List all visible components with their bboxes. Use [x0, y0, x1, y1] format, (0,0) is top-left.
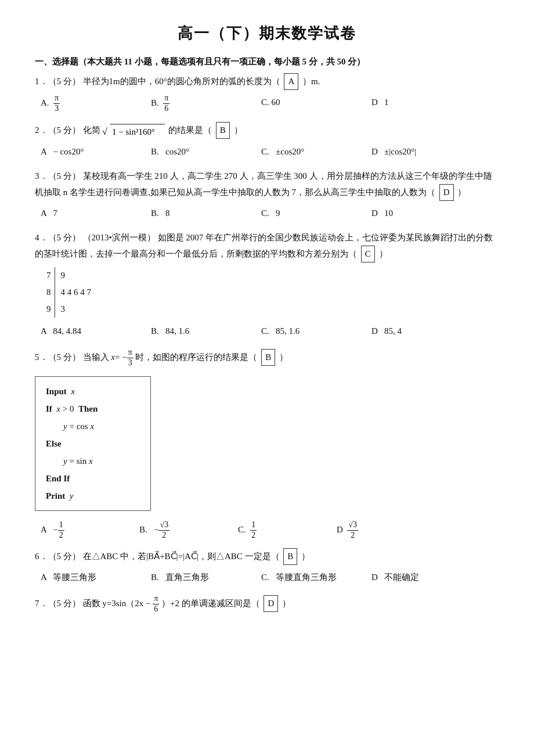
stem-3: 9 [41, 301, 55, 318]
q7-answer: D [264, 595, 278, 612]
page-title: 高一（下）期末数学试卷 [35, 23, 499, 44]
q5-opt-a: A −12 [41, 520, 122, 541]
q2-options: A − cos20° B. cos20° C. ±cos20° D ±|cos2… [41, 143, 499, 160]
q4-score: （5 分） [48, 233, 81, 242]
q6-body: 在△ABC 中，若|BA⃗+BC⃗|=|AC⃗|，则△ABC 一定是（ B ） [83, 552, 311, 561]
prog-line-6: End If [46, 470, 140, 487]
q5-opt-b: B. −√32 [139, 520, 221, 541]
stem-2: 8 [41, 284, 55, 301]
prog-line-5: y = sin x [63, 452, 140, 470]
q6-opt-d: D 不能确定 [371, 568, 464, 586]
q3-opt-a: A 7 [41, 204, 134, 222]
q5-body: 当输入 x= −π3 时，如图的程序运行的结果是（ B ） [83, 352, 288, 362]
q1-opt-d: D 1 [371, 93, 464, 111]
q4-prefix: （2013•滨州一模） [83, 233, 156, 242]
prog-line-7: Print y [46, 487, 140, 505]
q1-options: A. π3 B. π6 C. 60 D 1 [41, 93, 499, 114]
q4-options: A 84, 4.84 B. 84, 1.6 C. 85, 1.6 D 85, 4 [41, 322, 499, 340]
q5-c-frac: 12 [250, 520, 257, 541]
q6-opt-c: C. 等腰直角三角形 [261, 568, 354, 586]
q2-opt-a: A − cos20° [41, 143, 134, 160]
q6-number: 6． [35, 552, 48, 561]
q6-text: 6．（5 分） 在△ABC 中，若|BA⃗+BC⃗|=|AC⃗|，则△ABC 一… [35, 548, 499, 565]
q3-body: 某校现有高一学生 210 人，高二学生 270 人，高三学生 300 人，用分层… [35, 171, 492, 197]
q1-opt-a-frac: π3 [53, 93, 60, 114]
q7-score: （5 分） [48, 599, 81, 608]
leaves-3: 3 [55, 301, 97, 318]
q5-opt-d: D √32 [337, 520, 418, 541]
q6-score: （5 分） [48, 552, 81, 561]
q6-opt-a: A 等腰三角形 [41, 568, 134, 586]
q3-score: （5 分） [48, 171, 81, 181]
q3-options: A 7 B. 8 C. 9 D 10 [41, 204, 499, 222]
section1-header: 一、选择题（本大题共 11 小题，每题选项有且只有一项正确，每小题 5 分，共 … [35, 56, 499, 67]
svg-text:1 − sin²160°: 1 − sin²160° [112, 127, 155, 136]
q7-number: 7． [35, 599, 48, 608]
question-2: 2．（5 分） 化简 √ 1 − sin²160° 的结果是（ B ） A − … [35, 122, 499, 161]
q5-opt-c: C. 12 [238, 520, 319, 541]
q7-text: 7．（5 分） 函数 y=3sin（2x − π6 ）+2 的单调递减区间是（ … [35, 594, 499, 614]
question-6: 6．（5 分） 在△ABC 中，若|BA⃗+BC⃗|=|AC⃗|，则△ABC 一… [35, 548, 499, 586]
q3-opt-b: B. 8 [151, 204, 244, 222]
stem-1: 7 [41, 267, 55, 284]
q5-text: 5．（5 分） 当输入 x= −π3 时，如图的程序运行的结果是（ B ） [35, 348, 499, 368]
stem-row-2: 8 4 4 6 4 7 [41, 284, 97, 301]
q1-score: （5 分） [48, 77, 81, 86]
q1-text: 1．（5 分） 半径为1m的圆中，60°的圆心角所对的弧的长度为（ A ）m. [35, 73, 499, 90]
question-3: 3．（5 分） 某校现有高一学生 210 人，高二学生 270 人，高三学生 3… [35, 168, 499, 222]
prog-line-3: y = cos x [63, 417, 140, 435]
q4-answer: C [361, 246, 375, 262]
q6-options: A 等腰三角形 B. 直角三角形 C. 等腰直角三角形 D 不能确定 [41, 568, 499, 586]
q2-opt-d: D ±|cos20°| [371, 143, 464, 160]
q3-opt-d: D 10 [371, 204, 464, 222]
q1-opt-c: C. 60 [261, 93, 354, 111]
q1-body: 半径为1m的圆中，60°的圆心角所对的弧的长度为（ A ）m. [83, 77, 320, 86]
q2-body: 化简 √ 1 − sin²160° 的结果是（ B ） [83, 125, 243, 135]
q2-opt-c: C. ±cos20° [261, 143, 354, 160]
q4-opt-b: B. 84, 1.6 [151, 322, 244, 340]
q6-answer: B [283, 548, 297, 565]
q7-body: 函数 y=3sin（2x − π6 ）+2 的单调递减区间是（ D ） [83, 599, 291, 608]
q5-number: 5． [35, 352, 48, 362]
q4-opt-c: C. 85, 1.6 [261, 322, 354, 340]
prog-line-2: If x > 0 Then [46, 400, 140, 417]
q2-number: 2． [35, 125, 48, 135]
prog-line-4: Else [46, 435, 140, 452]
q3-number: 3． [35, 171, 48, 181]
leaves-1: 9 [55, 267, 97, 284]
leaves-2: 4 4 6 4 7 [55, 284, 97, 301]
q3-opt-c: C. 9 [261, 204, 354, 222]
q2-text: 2．（5 分） 化简 √ 1 − sin²160° 的结果是（ B ） [35, 122, 499, 140]
q5-a-frac: 12 [58, 520, 64, 541]
q5-d-frac: √32 [347, 520, 358, 541]
q4-opt-d: D 85, 4 [371, 322, 464, 340]
question-7: 7．（5 分） 函数 y=3sin（2x − π6 ）+2 的单调递减区间是（ … [35, 594, 499, 614]
q1-opt-b-frac: π6 [163, 93, 169, 114]
q5-options: A −12 B. −√32 C. 12 D √32 [41, 520, 499, 541]
q2-answer: B [216, 122, 230, 139]
q4-number: 4． [35, 233, 48, 242]
stem-row-3: 9 3 [41, 301, 97, 318]
q6-opt-b: B. 直角三角形 [151, 568, 244, 586]
q2-score: （5 分） [48, 125, 81, 135]
q1-number: 1． [35, 77, 48, 86]
q4-text: 4．（5 分） （2013•滨州一模） 如图是 2007 年在广州举行的全国少数… [35, 230, 499, 262]
q4-opt-a: A 84, 4.84 [41, 322, 134, 340]
q3-answer: D [439, 184, 454, 201]
q5-score: （5 分） [48, 352, 81, 362]
q2-sqrt: √ 1 − sin²160° [102, 122, 166, 139]
q7-frac: π6 [153, 594, 159, 614]
q5-answer: B [261, 349, 275, 366]
q5-frac: π3 [127, 348, 134, 368]
question-1: 1．（5 分） 半径为1m的圆中，60°的圆心角所对的弧的长度为（ A ）m. … [35, 73, 499, 114]
q1-opt-b: B. π6 [151, 93, 244, 114]
svg-text:√: √ [102, 127, 107, 136]
q5-program-box: Input x If x > 0 Then y = cos x Else y =… [35, 376, 151, 511]
q5-b-frac: √32 [158, 520, 169, 541]
q3-text: 3．（5 分） 某校现有高一学生 210 人，高二学生 270 人，高三学生 3… [35, 168, 499, 201]
q1-answer: A [284, 73, 298, 90]
prog-line-1: Input x [46, 383, 140, 400]
q1-opt-a: A. π3 [41, 93, 134, 114]
stem-row-1: 7 9 [41, 267, 97, 284]
q4-stem-table: 7 9 8 4 4 6 4 7 9 3 [41, 267, 97, 318]
